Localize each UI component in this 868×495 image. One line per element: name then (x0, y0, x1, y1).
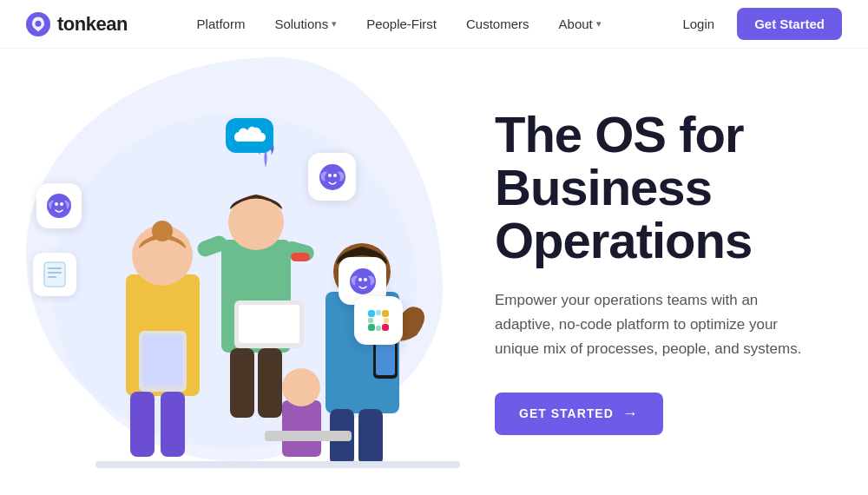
svg-rect-54 (384, 318, 389, 323)
svg-rect-58 (48, 276, 56, 278)
svg-rect-18 (161, 392, 185, 457)
logo[interactable]: tonkean (26, 12, 128, 36)
hero-cta-button[interactable]: GET STARTED → (495, 393, 663, 435)
hero-text: The OS for Business Operations Empower y… (477, 91, 868, 452)
solutions-chevron-icon: ▾ (332, 18, 337, 30)
hero-heading: The OS for Business Operations (495, 109, 825, 267)
hero-subtext: Empower your operations teams with an ad… (495, 288, 807, 361)
svg-rect-7 (291, 253, 310, 261)
svg-rect-16 (142, 334, 183, 386)
get-started-button[interactable]: Get Started (737, 8, 842, 40)
hero-section: The OS for Business Operations Empower y… (0, 49, 868, 495)
nav-people-first[interactable]: People-First (354, 11, 449, 36)
nav-solutions[interactable]: Solutions ▾ (262, 11, 349, 36)
salesforce-icon (226, 118, 273, 153)
about-chevron-icon: ▾ (596, 18, 602, 30)
svg-point-39 (328, 174, 332, 177)
svg-point-46 (364, 278, 367, 281)
svg-rect-50 (382, 324, 389, 331)
svg-rect-48 (368, 324, 375, 331)
monkey-icon-topright (308, 153, 356, 201)
svg-point-45 (358, 278, 362, 281)
svg-point-14 (152, 221, 173, 241)
svg-rect-53 (368, 318, 373, 323)
svg-rect-11 (258, 348, 282, 418)
svg-rect-10 (230, 348, 254, 418)
svg-rect-27 (265, 431, 352, 441)
nav-about[interactable]: About ▾ (547, 11, 614, 36)
svg-point-40 (333, 174, 337, 177)
monkey-icon-topleft (36, 183, 82, 228)
svg-rect-24 (358, 409, 383, 465)
svg-point-34 (60, 202, 63, 206)
nav-links: Platform Solutions ▾ People-First Custom… (185, 11, 614, 36)
svg-rect-56 (48, 267, 62, 269)
svg-rect-25 (282, 400, 321, 457)
hero-cta-arrow-icon: → (622, 405, 639, 423)
doc-icon-left (33, 253, 76, 296)
svg-rect-28 (95, 461, 460, 468)
hero-illustration (0, 49, 477, 495)
svg-rect-51 (376, 310, 381, 315)
nav-actions: Login Get Started (670, 8, 842, 40)
svg-point-33 (55, 202, 58, 206)
svg-point-26 (282, 368, 320, 406)
svg-rect-17 (130, 392, 155, 457)
navbar: tonkean Platform Solutions ▾ People-Firs… (0, 0, 868, 49)
logo-text: tonkean (57, 13, 128, 36)
svg-rect-9 (239, 305, 299, 343)
nav-platform[interactable]: Platform (185, 11, 258, 36)
logo-icon (26, 12, 50, 36)
svg-point-1 (36, 20, 42, 26)
login-button[interactable]: Login (670, 11, 727, 36)
svg-rect-52 (376, 326, 381, 331)
svg-rect-49 (382, 310, 389, 317)
slack-icon (354, 296, 403, 345)
nav-customers[interactable]: Customers (454, 11, 542, 36)
svg-rect-57 (48, 272, 62, 274)
svg-rect-47 (368, 310, 375, 317)
svg-rect-55 (44, 262, 65, 287)
